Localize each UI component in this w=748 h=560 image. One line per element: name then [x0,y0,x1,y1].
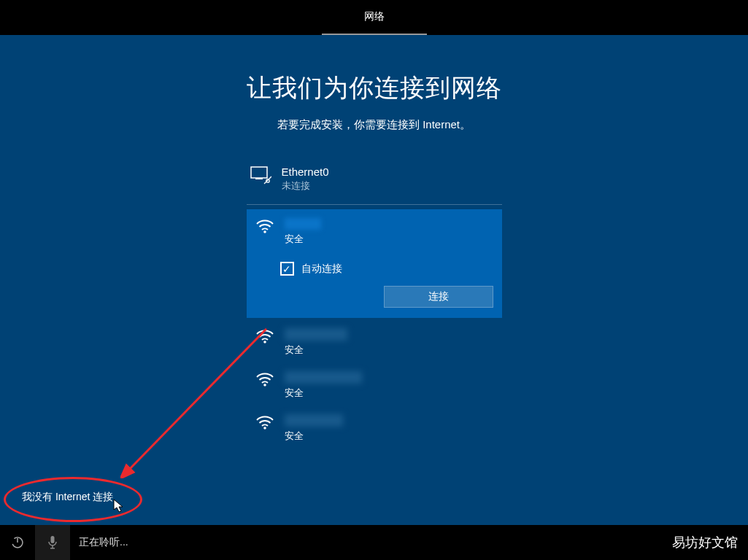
wifi-item[interactable]: 安全 [247,318,502,361]
connect-button[interactable]: 连接 [384,286,493,308]
wifi-icon [255,218,274,234]
svg-point-6 [263,384,266,386]
ethernet-icon [250,166,271,184]
wifi-ssid-redacted [285,328,347,341]
tab-network[interactable]: 网络 [322,0,427,35]
ethernet-status: 未连接 [282,179,329,192]
no-internet-link[interactable]: 我没有 Internet 连接 [22,491,113,504]
svg-rect-0 [251,167,267,178]
wifi-ssid-redacted [285,371,362,384]
wifi-icon [255,414,274,430]
svg-rect-11 [51,536,55,543]
auto-connect-checkbox[interactable]: ✓ [280,262,294,276]
power-accessibility-icon[interactable] [0,525,35,560]
wifi-item-selected[interactable]: 安全 ✓ 自动连接 连接 [247,209,502,318]
wifi-icon [255,371,274,387]
listening-status: 正在聆听... [79,536,128,549]
svg-point-7 [263,427,266,429]
svg-point-5 [263,341,266,343]
page-title: 让我们为你连接到网络 [247,71,502,105]
wifi-secure-label: 安全 [285,429,343,443]
ethernet-item[interactable]: Ethernet0 未连接 [247,161,502,205]
wifi-item[interactable]: 安全 [247,404,502,447]
watermark-text: 易坊好文馆 [672,534,738,551]
wifi-secure-label: 安全 [285,233,321,246]
cursor-icon [113,499,125,513]
wifi-ssid-redacted [285,414,343,427]
auto-connect-label: 自动连接 [301,262,342,276]
wifi-icon [255,328,274,344]
microphone-icon[interactable] [35,525,70,560]
ethernet-name: Ethernet0 [282,166,329,178]
wifi-secure-label: 安全 [285,386,362,400]
page-subtitle: 若要完成安装，你需要连接到 Internet。 [277,118,471,132]
wifi-secure-label: 安全 [285,343,347,357]
wifi-item[interactable]: 安全 [247,361,502,404]
svg-point-4 [263,230,266,233]
svg-rect-1 [255,178,263,179]
wifi-ssid-redacted [285,218,321,230]
